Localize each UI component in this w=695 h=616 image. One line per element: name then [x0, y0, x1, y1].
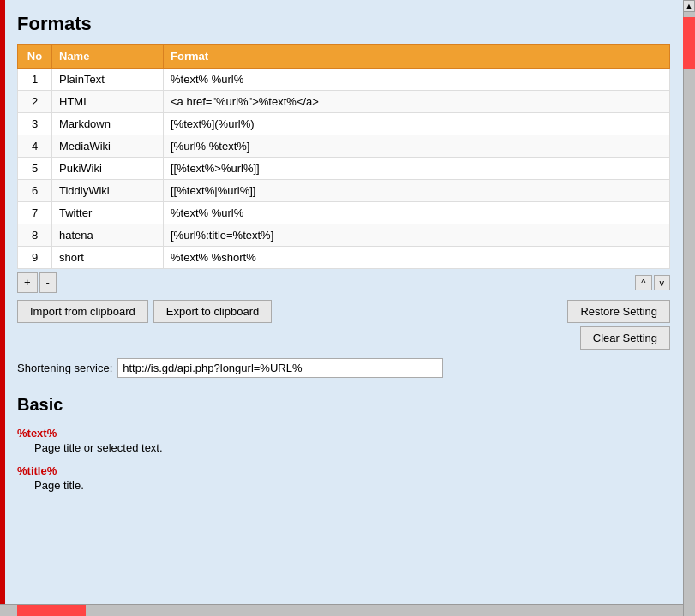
bottom-scrollbar[interactable]	[0, 604, 683, 616]
scroll-thumb[interactable]	[683, 17, 695, 69]
clear-setting-button[interactable]: Clear Setting	[580, 326, 670, 350]
table-row[interactable]: 3Markdown[%text%](%url%)	[18, 113, 670, 135]
action-row-2: Clear Setting	[17, 326, 670, 350]
cell-no: 7	[18, 202, 52, 224]
variable-name: %text%	[17, 427, 670, 440]
cell-name: short	[52, 247, 164, 269]
cell-format: %text% %short%	[164, 247, 670, 269]
cell-name: TiddlyWiki	[52, 180, 164, 202]
variable-block: %title%Page title.	[17, 464, 670, 492]
cell-no: 6	[18, 180, 52, 202]
remove-row-button[interactable]: -	[39, 272, 57, 293]
table-row[interactable]: 9short%text% %short%	[18, 247, 670, 269]
action-right: Restore Setting	[567, 300, 670, 323]
cell-no: 5	[18, 158, 52, 180]
scroll-arrow-up[interactable]: ▲	[683, 0, 695, 12]
variable-description: Page title.	[17, 479, 670, 492]
variable-name: %title%	[17, 464, 670, 477]
col-header-name: Name	[52, 45, 164, 69]
cell-no: 2	[18, 91, 52, 113]
action-row-1: Import from clipboard Export to clipboar…	[17, 300, 670, 323]
bottom-scroll-thumb[interactable]	[17, 605, 86, 616]
cell-name: PukiWiki	[52, 158, 164, 180]
table-row[interactable]: 8hatena[%url%:title=%text%]	[18, 224, 670, 247]
cell-format: %text% %url%	[164, 202, 670, 224]
variable-description: Page title or selected text.	[17, 441, 670, 454]
move-down-button[interactable]: v	[654, 275, 671, 290]
left-accent-bar	[0, 0, 5, 616]
variable-block: %text%Page title or selected text.	[17, 427, 670, 454]
formats-table: No Name Format 1PlainText%text% %url%2HT…	[17, 44, 670, 269]
cell-name: MediaWiki	[52, 135, 164, 158]
table-row[interactable]: 4MediaWiki[%url% %text%]	[18, 135, 670, 158]
scrollbar-right[interactable]: ▲	[683, 0, 695, 616]
col-header-format: Format	[164, 45, 670, 69]
table-row[interactable]: 7Twitter%text% %url%	[18, 202, 670, 224]
cell-no: 9	[18, 247, 52, 269]
basic-title: Basic	[17, 395, 670, 415]
add-row-button[interactable]: +	[17, 272, 38, 293]
cell-format: [%url%:title=%text%]	[164, 224, 670, 247]
cell-format: [[%text%|%url%]]	[164, 180, 670, 202]
cell-format: <a href="%url%">%text%</a>	[164, 91, 670, 113]
shortening-row: Shortening service:	[17, 358, 670, 378]
cell-name: HTML	[52, 91, 164, 113]
table-row[interactable]: 2HTML<a href="%url%">%text%</a>	[18, 91, 670, 113]
table-toolbar: + - ^ v	[17, 272, 670, 293]
cell-name: hatena	[52, 224, 164, 247]
table-row[interactable]: 1PlainText%text% %url%	[18, 69, 670, 91]
import-clipboard-button[interactable]: Import from clipboard	[17, 300, 148, 323]
cell-format: %text% %url%	[164, 69, 670, 91]
shortening-label: Shortening service:	[17, 362, 112, 374]
cell-name: PlainText	[52, 69, 164, 91]
cell-format: [%text%](%url%)	[164, 113, 670, 135]
cell-format: [%url% %text%]	[164, 135, 670, 158]
col-header-no: No	[18, 45, 52, 69]
table-row[interactable]: 6TiddlyWiki[[%text%|%url%]]	[18, 180, 670, 202]
move-up-button[interactable]: ^	[635, 275, 651, 290]
cell-name: Twitter	[52, 202, 164, 224]
cell-no: 1	[18, 69, 52, 91]
restore-setting-button[interactable]: Restore Setting	[567, 300, 670, 323]
cell-no: 8	[18, 224, 52, 247]
export-clipboard-button[interactable]: Export to clipboard	[153, 300, 272, 323]
cell-name: Markdown	[52, 113, 164, 135]
shortening-input[interactable]	[117, 358, 443, 378]
cell-format: [[%text%>%url%]]	[164, 158, 670, 180]
basic-section: Basic %text%Page title or selected text.…	[17, 395, 670, 492]
cell-no: 3	[18, 113, 52, 135]
page-title: Formats	[17, 9, 670, 35]
cell-no: 4	[18, 135, 52, 158]
table-row[interactable]: 5PukiWiki[[%text%>%url%]]	[18, 158, 670, 180]
